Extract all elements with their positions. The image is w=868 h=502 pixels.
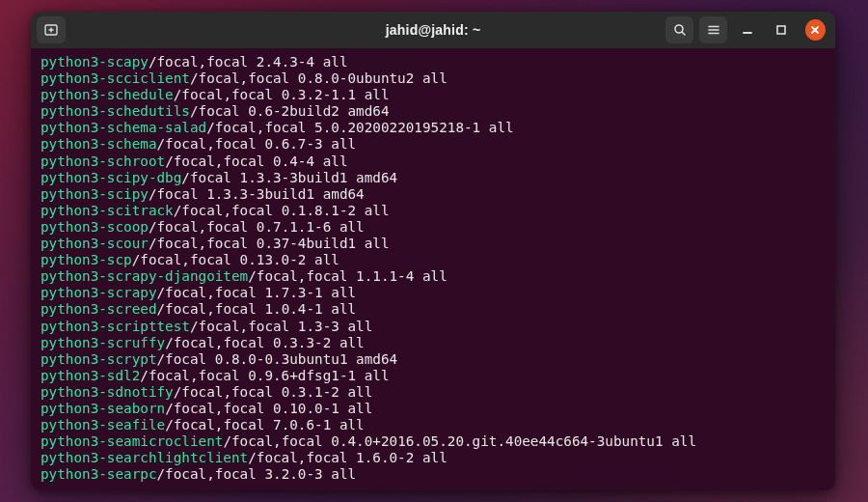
package-suffix: /focal 0.8.0-0.3ubuntu1 amd64 xyxy=(157,351,398,367)
package-name: python3-seamicroclient xyxy=(41,433,223,449)
new-tab-button[interactable] xyxy=(37,16,66,43)
package-name: python3-scoop xyxy=(41,219,149,235)
package-suffix: /focal,focal 0.1.8.1-2 all xyxy=(174,203,390,218)
terminal-line: python3-sdl2/focal,focal 0.9.6+dfsg1-1 a… xyxy=(41,368,827,384)
terminal-line: python3-schema-salad/focal,focal 5.0.202… xyxy=(41,120,827,136)
package-name: python3-sdnotify xyxy=(41,384,174,400)
package-name: python3-screed xyxy=(41,301,157,317)
terminal-line: python3-scitrack/focal,focal 0.1.8.1-2 a… xyxy=(41,203,827,219)
package-name: python3-schema xyxy=(41,136,157,152)
terminal-line: python3-scoop/focal,focal 0.7.1.1-6 all xyxy=(41,219,827,236)
package-suffix: /focal,focal 0.3.2-1.1 all xyxy=(174,87,390,102)
svg-line-4 xyxy=(682,32,685,35)
terminal-line: python3-schedule/focal,focal 0.3.2-1.1 a… xyxy=(41,87,827,103)
svg-rect-9 xyxy=(777,26,785,34)
package-suffix: /focal,focal 2.4.3-4 all xyxy=(149,54,348,70)
terminal-line: python3-scruffy/focal,focal 0.3.3-2 all xyxy=(41,335,827,351)
terminal-line: python3-schedutils/focal 0.6-2build2 amd… xyxy=(41,103,827,120)
package-suffix: /focal,focal 0.37-4build1 all xyxy=(149,236,390,251)
package-name: python3-scp xyxy=(41,252,132,267)
terminal-output[interactable]: python3-scapy/focal,focal 2.4.3-4 allpyt… xyxy=(31,48,835,490)
window-title: jahid@jahid: ~ xyxy=(204,22,662,38)
package-name: python3-scrapy xyxy=(41,285,157,300)
package-name: python3-scruffy xyxy=(41,335,165,350)
terminal-line: python3-sdnotify/focal,focal 0.3.1-2 all xyxy=(41,384,827,401)
package-suffix: /focal 1.3.3-3build1 amd64 xyxy=(181,170,397,185)
search-button[interactable] xyxy=(665,16,693,43)
maximize-icon xyxy=(774,23,788,37)
terminal-line: python3-scipy-dbg/focal 1.3.3-3build1 am… xyxy=(41,170,827,186)
package-name: python3-scrapy-djangoitem xyxy=(41,268,248,284)
minimize-icon xyxy=(741,23,754,37)
new-tab-icon xyxy=(43,22,59,38)
package-name: python3-scour xyxy=(41,236,149,251)
minimize-button[interactable] xyxy=(733,16,761,43)
desktop-wallpaper: jahid@jahid: ~ xyxy=(0,0,868,502)
package-suffix: /focal,focal 0.8.0-0ubuntu2 all xyxy=(190,70,448,86)
package-name: python3-sdl2 xyxy=(41,368,140,383)
package-suffix: /focal,focal 0.3.1-2 all xyxy=(174,384,373,400)
terminal-line: python3-seamicroclient/focal,focal 0.4.0… xyxy=(41,433,827,450)
package-name: python3-seafile xyxy=(41,417,165,432)
package-suffix: /focal 1.3.3-3build1 amd64 xyxy=(149,186,365,202)
package-name: python3-scripttest xyxy=(41,319,190,334)
maximize-button[interactable] xyxy=(767,16,795,43)
package-name: python3-searpc xyxy=(41,466,157,482)
package-name: python3-schroot xyxy=(41,153,165,169)
package-suffix: /focal,focal 7.0.6-1 all xyxy=(165,417,365,432)
package-suffix: /focal,focal 0.3.3-2 all xyxy=(165,335,365,350)
terminal-line: python3-scrapy/focal,focal 1.7.3-1 all xyxy=(41,285,827,301)
search-icon xyxy=(672,22,688,38)
package-suffix: /focal,focal 1.0.4-1 all xyxy=(157,301,357,317)
package-name: python3-scrypt xyxy=(41,351,157,367)
window-titlebar: jahid@jahid: ~ xyxy=(31,12,835,48)
terminal-line: python3-scour/focal,focal 0.37-4build1 a… xyxy=(41,236,827,252)
terminal-window: jahid@jahid: ~ xyxy=(31,12,835,490)
package-suffix: /focal,focal 5.0.20200220195218-1 all xyxy=(206,120,513,135)
package-suffix: /focal,focal 1.7.3-1 all xyxy=(157,285,357,300)
terminal-line: python3-scripttest/focal,focal 1.3-3 all xyxy=(41,319,827,335)
package-name: python3-searchlightclient xyxy=(41,450,248,465)
package-suffix: /focal,focal 0.6.7-3 all xyxy=(157,136,357,152)
package-suffix: /focal,focal 0.9.6+dfsg1-1 all xyxy=(140,368,389,383)
terminal-line: python3-searpc/focal,focal 3.2.0-3 all xyxy=(41,466,827,483)
terminal-line: python3-scp/focal,focal 0.13.0-2 all xyxy=(41,252,827,268)
package-suffix: /focal,focal 0.13.0-2 all xyxy=(132,252,339,267)
package-suffix: /focal,focal 3.2.0-3 all xyxy=(157,466,357,482)
terminal-line: python3-scipy/focal 1.3.3-3build1 amd64 xyxy=(41,186,827,203)
package-suffix: /focal,focal 1.3-3 all xyxy=(190,319,372,334)
menu-button[interactable] xyxy=(699,16,727,43)
package-name: python3-scapy xyxy=(41,54,149,70)
terminal-line: python3-screed/focal,focal 1.0.4-1 all xyxy=(41,301,827,318)
hamburger-icon xyxy=(706,22,721,38)
terminal-line: python3-seafile/focal,focal 7.0.6-1 all xyxy=(41,417,827,433)
package-name: python3-schedule xyxy=(41,87,174,102)
terminal-line: python3-schroot/focal,focal 0.4-4 all xyxy=(41,153,827,170)
terminal-line: python3-scciclient/focal,focal 0.8.0-0ub… xyxy=(41,70,827,87)
package-suffix: /focal,focal 1.6.0-2 all xyxy=(248,450,448,465)
package-name: python3-seaborn xyxy=(41,401,165,416)
terminal-line: python3-seaborn/focal,focal 0.10.0-1 all xyxy=(41,401,827,417)
package-suffix: /focal,focal 0.7.1.1-6 all xyxy=(149,219,365,235)
terminal-line: python3-searchlightclient/focal,focal 1.… xyxy=(41,450,827,466)
package-suffix: /focal,focal 0.4-4 all xyxy=(165,153,347,169)
terminal-line: python3-scrypt/focal 0.8.0-0.3ubuntu1 am… xyxy=(41,351,827,368)
package-suffix: /focal,focal 1.1.1-4 all xyxy=(248,268,448,284)
close-icon xyxy=(809,24,821,36)
terminal-line: python3-schema/focal,focal 0.6.7-3 all xyxy=(41,136,827,153)
package-name: python3-scipy xyxy=(41,186,149,202)
terminal-line: python3-scrapy-djangoitem/focal,focal 1.… xyxy=(41,268,827,285)
terminal-line: python3-scapy/focal,focal 2.4.3-4 all xyxy=(41,54,827,70)
package-name: python3-scciclient xyxy=(41,70,190,86)
package-suffix: /focal,focal 0.10.0-1 all xyxy=(165,401,372,416)
package-name: python3-scipy-dbg xyxy=(41,170,181,185)
package-name: python3-scitrack xyxy=(41,203,174,218)
package-suffix: /focal,focal 0.4.0+2016.05.20.git.40ee44… xyxy=(223,433,696,449)
close-button[interactable] xyxy=(805,19,826,41)
package-name: python3-schema-salad xyxy=(41,120,206,135)
package-name: python3-schedutils xyxy=(41,103,190,119)
package-suffix: /focal 0.6-2build2 amd64 xyxy=(190,103,390,119)
